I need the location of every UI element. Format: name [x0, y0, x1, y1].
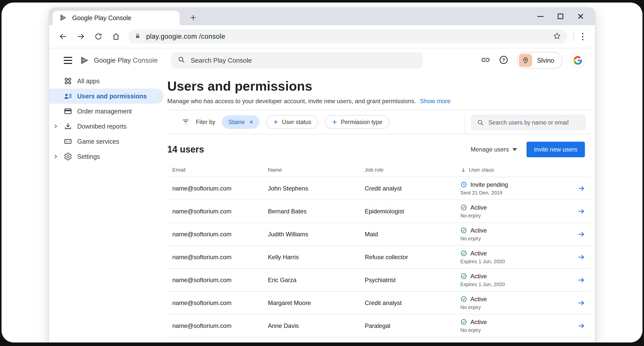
- cell-job-role: Maid: [365, 231, 460, 238]
- cell-job-role: Credit analyst: [365, 185, 460, 192]
- browser-tab[interactable]: Google Play Console: [53, 11, 180, 25]
- app-title: Googie Play Consoie: [94, 57, 158, 64]
- card-icon: [63, 106, 73, 116]
- add-permission-type-filter-button[interactable]: Permiasion type: [325, 115, 389, 129]
- check-circle-icon: [460, 296, 467, 302]
- arrow-right-icon: [577, 207, 585, 215]
- menu-icon[interactable]: [62, 55, 74, 65]
- address-bar[interactable]: play.googie.com /console: [128, 29, 568, 44]
- table-row[interactable]: name@softorium.com Judith Williams Maid …: [167, 223, 591, 246]
- cell-email: name@softorium.com: [172, 254, 268, 261]
- table-row[interactable]: name@softorium.com John Stephens Credit …: [167, 177, 591, 200]
- google-logo[interactable]: [571, 53, 585, 67]
- sidebar-item-download-reports[interactable]: Downibed reports: [49, 119, 167, 134]
- row-arrow-button[interactable]: [571, 253, 591, 261]
- invite-new-users-button[interactable]: invite new users: [527, 142, 585, 157]
- table-row[interactable]: name@softorium.com Kelly Harris Refuse c…: [167, 246, 591, 269]
- table-row[interactable]: name@softorium.com Bernard Bates Epidemi…: [167, 200, 591, 223]
- status-label: Active: [470, 204, 487, 211]
- cell-user-status: Active No erpiry: [460, 296, 571, 310]
- add-user-status-filter-button[interactable]: User status: [266, 115, 318, 129]
- cell-email: name@softorium.com: [172, 208, 268, 215]
- row-arrow-button[interactable]: [571, 276, 591, 284]
- sidebar-item-settings[interactable]: Settings: [49, 149, 167, 164]
- sidebar-item-order-management[interactable]: Order management: [49, 104, 167, 119]
- cell-user-status: Active Expires 1 Jun, 2020: [460, 273, 571, 287]
- close-button[interactable]: [577, 13, 584, 20]
- toolbar-divider: [573, 32, 574, 41]
- check-circle-icon: [460, 273, 467, 280]
- status-detail: Sent 21 Den, 2019: [460, 190, 571, 196]
- column-email[interactable]: Email: [172, 167, 268, 173]
- download-icon: [63, 122, 73, 131]
- status-label: Invite pending: [470, 181, 508, 188]
- status-label: Active: [470, 273, 487, 280]
- sidebar-item-users-and-permissions[interactable]: Users and pormissions: [49, 89, 164, 104]
- maximize-button[interactable]: [557, 13, 564, 20]
- lock-icon: [135, 33, 141, 40]
- status-detail: Expires 1 Jun, 2020: [460, 282, 571, 287]
- sidebar-item-all-apps[interactable]: All apps: [49, 73, 167, 89]
- minimize-button[interactable]: [537, 13, 544, 20]
- page-title: Users and permissions: [167, 79, 591, 94]
- status-label: Active: [470, 319, 487, 326]
- row-arrow-button[interactable]: [571, 207, 591, 215]
- forward-button[interactable]: [76, 31, 86, 42]
- search-icon: [477, 119, 484, 126]
- help-icon[interactable]: ?: [499, 55, 508, 66]
- cell-job-role: Epidemiologist: [365, 208, 460, 215]
- browser-toolbar: play.googie.com /console: [49, 25, 595, 48]
- home-button[interactable]: [111, 31, 121, 42]
- browser-window: Google Play Console: [49, 8, 595, 342]
- filter-icon: [182, 118, 189, 126]
- plus-icon: [273, 119, 278, 125]
- browser-menu-button[interactable]: [580, 32, 586, 41]
- back-button[interactable]: [58, 31, 68, 42]
- play-console-favicon: [59, 14, 67, 23]
- chevron-down-icon: [512, 148, 517, 151]
- show-more-link[interactable]: Show more: [420, 98, 451, 105]
- cell-name: Margaret Moore: [268, 299, 365, 306]
- column-user-status[interactable]: User claus: [460, 167, 571, 173]
- users-table-body: name@softorium.com John Stephens Credit …: [167, 177, 591, 337]
- panel-divider: [465, 110, 465, 134]
- cell-user-status: Invite pending Sent 21 Den, 2019: [460, 181, 571, 196]
- cell-email: name@softorium.com: [172, 322, 268, 329]
- cell-name: John Stephens: [268, 185, 365, 192]
- cell-name: Kelly Harris: [268, 254, 365, 261]
- apps-grid-icon: [63, 76, 73, 86]
- sidebar-item-game-services[interactable]: Game services: [49, 134, 167, 149]
- row-arrow-button[interactable]: [571, 299, 591, 307]
- cell-name: Bernard Bates: [268, 208, 365, 215]
- account-chip[interactable]: Slvino: [517, 52, 562, 69]
- column-job-role[interactable]: Job role: [365, 167, 460, 173]
- cell-name: Anne Davis: [268, 322, 365, 329]
- app-logo[interactable]: Googie Play Consoie: [80, 56, 158, 65]
- cell-email: name@softorium.com: [172, 185, 268, 192]
- main-content: Users and permissions Manage who has acc…: [167, 72, 591, 342]
- status-detail: No erpiry: [460, 213, 571, 219]
- user-search-input[interactable]: Search users by name or email: [471, 115, 586, 130]
- clock-pending-icon: [460, 181, 467, 188]
- row-arrow-button[interactable]: [571, 230, 591, 238]
- table-row[interactable]: name@softorium.com Eric Garza Psychiatri…: [167, 269, 591, 292]
- search-icon: [178, 56, 185, 65]
- column-name[interactable]: Name: [268, 167, 365, 173]
- chevron-right-icon[interactable]: [53, 123, 59, 129]
- check-circle-icon: [460, 250, 467, 257]
- table-row[interactable]: name@softorium.com Margaret Moore Credit…: [167, 292, 591, 315]
- close-icon[interactable]: [249, 120, 254, 125]
- filter-chip-staine[interactable]: Staine: [222, 115, 259, 129]
- table-row[interactable]: name@softorium.com Anne Davis Paralegal …: [167, 315, 591, 337]
- reload-button[interactable]: [93, 31, 103, 42]
- row-arrow-button[interactable]: [571, 322, 591, 330]
- status-label: Active: [470, 227, 487, 234]
- console-search-input[interactable]: Search Play Console: [171, 52, 423, 68]
- bookmark-star-icon[interactable]: [553, 32, 561, 41]
- row-arrow-button[interactable]: [571, 184, 591, 193]
- link-icon[interactable]: [481, 55, 490, 66]
- chevron-right-icon[interactable]: [53, 153, 59, 160]
- manage-users-dropdown[interactable]: Menage users: [471, 146, 517, 153]
- cell-job-role: Refuse collector: [365, 254, 460, 261]
- new-tab-button[interactable]: [189, 13, 197, 22]
